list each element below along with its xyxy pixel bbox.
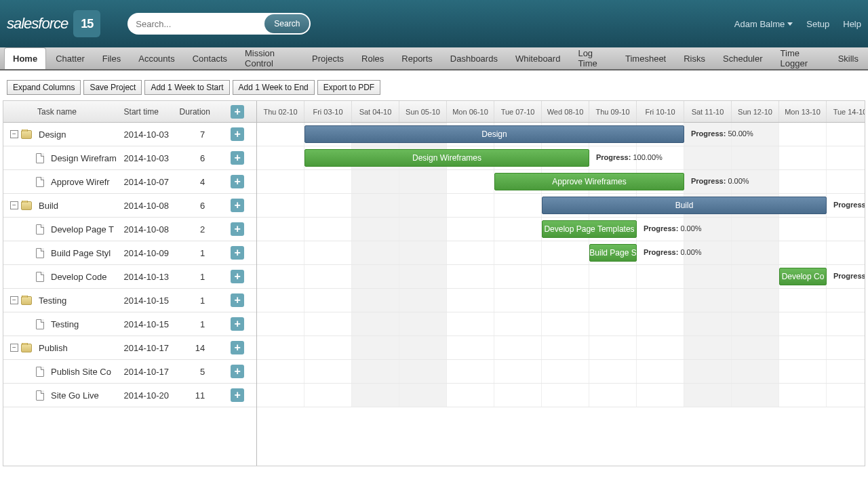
timeline-row[interactable] [257, 384, 865, 407]
timeline-day-header[interactable]: Thu 02-10 [257, 101, 304, 122]
add-subtask-button[interactable]: + [231, 175, 244, 188]
tab-mission-control[interactable]: Mission Control [237, 47, 302, 69]
collapse-icon[interactable]: − [10, 344, 18, 352]
setup-link[interactable]: Setup [806, 19, 829, 29]
timeline-day-header[interactable]: Thu 09-10 [589, 101, 637, 122]
task-row[interactable]: Develop Page T2014-10-082+ [3, 218, 256, 241]
timeline-row[interactable]: Approve WireframesProgress: 0.00% [257, 170, 865, 194]
tab-skills[interactable]: Skills [830, 47, 867, 69]
add-week-end-button[interactable]: Add 1 Week to End [233, 80, 315, 95]
task-row[interactable]: Publish Site Co2014-10-175+ [3, 360, 256, 384]
task-row[interactable]: Design Wirefram2014-10-036+ [3, 146, 256, 170]
tab-chatter[interactable]: Chatter [47, 47, 93, 69]
gantt-bar[interactable]: Approve Wireframes [494, 173, 684, 190]
add-subtask-button[interactable]: + [231, 388, 244, 402]
gantt-bar[interactable]: Develop Page Templates [542, 220, 637, 238]
add-subtask-button[interactable]: + [231, 365, 244, 378]
timeline-row[interactable]: Build Page SProgress: 0.00% [257, 241, 865, 265]
timeline-cell [494, 289, 542, 312]
collapse-icon[interactable]: − [10, 130, 18, 138]
tab-reports[interactable]: Reports [393, 47, 441, 69]
tab-home[interactable]: Home [4, 47, 46, 69]
tab-accounts[interactable]: Accounts [130, 47, 182, 69]
timeline-row[interactable]: DesignProgress: 50.00% [257, 123, 865, 146]
tab-scheduler[interactable]: Scheduler [715, 47, 771, 69]
add-week-start-button[interactable]: Add 1 Week to Start [144, 80, 229, 95]
add-subtask-button[interactable]: + [231, 222, 244, 236]
timeline-cell [542, 336, 589, 359]
export-pdf-button[interactable]: Export to PDF [317, 80, 380, 95]
timeline-day-header[interactable]: Sat 11-10 [684, 101, 732, 122]
user-menu[interactable]: Adam Balme [734, 19, 793, 29]
task-row[interactable]: Testing2014-10-151+ [3, 312, 256, 336]
timeline-day-header[interactable]: Fri 10-10 [637, 101, 684, 122]
gantt-bar[interactable]: Design Wireframes [304, 149, 589, 167]
timeline-day-header[interactable]: Sun 12-10 [732, 101, 779, 122]
gantt-bar[interactable]: Build [542, 197, 827, 214]
add-subtask-button[interactable]: + [231, 127, 244, 141]
timeline-day-header[interactable]: Tue 14-10 [827, 101, 865, 122]
add-subtask-button[interactable]: + [231, 341, 244, 354]
timeline-day-header[interactable]: Wed 08-10 [542, 101, 589, 122]
timeline-day-header[interactable]: Tue 07-10 [494, 101, 542, 122]
task-row[interactable]: −Publish2014-10-1714+ [3, 336, 256, 360]
timeline-row[interactable]: Design WireframesProgress: 100.00% [257, 146, 865, 170]
tab-whiteboard[interactable]: Whiteboard [507, 47, 568, 69]
tab-time-logger[interactable]: Time Logger [772, 47, 829, 69]
tab-projects[interactable]: Projects [304, 47, 352, 69]
task-row[interactable]: Build Page Styl2014-10-091+ [3, 241, 256, 265]
timeline-cell [779, 241, 827, 264]
gantt-bar[interactable]: Build Page S [589, 244, 637, 262]
collapse-icon[interactable]: − [10, 296, 18, 304]
tab-files[interactable]: Files [94, 47, 129, 69]
task-row[interactable]: Site Go Live2014-10-2011+ [3, 384, 256, 407]
search-button[interactable]: Search [264, 14, 309, 33]
tab-risks[interactable]: Risks [675, 47, 713, 69]
col-start-time[interactable]: Start time [124, 107, 172, 117]
timeline-row[interactable] [257, 289, 865, 312]
add-subtask-button[interactable]: + [231, 270, 244, 283]
task-name-cell: −Build [3, 201, 124, 211]
timeline-day-header[interactable]: Sun 05-10 [399, 101, 447, 122]
gantt-bar[interactable]: Develop Co [779, 268, 827, 285]
timeline-row[interactable]: BuildProgress: [257, 194, 865, 218]
timeline-row[interactable]: Develop Page TemplatesProgress: 0.00% [257, 218, 865, 241]
timeline-row[interactable] [257, 312, 865, 336]
timeline-cell [589, 336, 637, 359]
expand-columns-button[interactable]: Expand Columns [7, 80, 81, 95]
tab-contacts[interactable]: Contacts [184, 47, 235, 69]
collapse-icon[interactable]: − [10, 201, 18, 209]
help-link[interactable]: Help [843, 19, 861, 29]
tab-roles[interactable]: Roles [353, 47, 392, 69]
add-subtask-button[interactable]: + [231, 151, 244, 165]
gantt-bar[interactable]: Design [304, 125, 684, 143]
timeline-cell [494, 194, 542, 217]
timeline[interactable]: Thu 02-10Fri 03-10Sat 04-10Sun 05-10Mon … [257, 101, 865, 466]
timeline-day-header[interactable]: Mon 13-10 [779, 101, 827, 122]
add-subtask-button[interactable]: + [231, 199, 244, 212]
timeline-cell [542, 312, 589, 336]
task-row[interactable]: −Testing2014-10-151+ [3, 289, 256, 312]
task-row[interactable]: −Build2014-10-086+ [3, 194, 256, 218]
timeline-row[interactable] [257, 336, 865, 360]
save-project-button[interactable]: Save Project [83, 80, 142, 95]
task-row[interactable]: Approve Wirefr2014-10-074+ [3, 170, 256, 194]
timeline-day-header[interactable]: Mon 06-10 [447, 101, 494, 122]
tab-log-time[interactable]: Log Time [570, 47, 616, 69]
col-duration[interactable]: Duration [171, 107, 218, 117]
timeline-row[interactable]: Develop CoProgress: [257, 265, 865, 289]
task-row[interactable]: Develop Code2014-10-131+ [3, 265, 256, 289]
col-task-name[interactable]: Task name [3, 107, 124, 117]
timeline-day-header[interactable]: Fri 03-10 [304, 101, 352, 122]
logo-text: salesforce [7, 15, 68, 33]
add-subtask-button[interactable]: + [231, 293, 244, 307]
search-input[interactable] [136, 19, 264, 29]
timeline-day-header[interactable]: Sat 04-10 [352, 101, 399, 122]
add-subtask-button[interactable]: + [231, 246, 244, 260]
tab-dashboards[interactable]: Dashboards [442, 47, 506, 69]
tab-timesheet[interactable]: Timesheet [617, 47, 674, 69]
add-subtask-button[interactable]: + [231, 317, 244, 331]
task-row[interactable]: −Design2014-10-037+ [3, 123, 256, 146]
add-task-button[interactable]: + [231, 105, 244, 119]
timeline-row[interactable] [257, 360, 865, 384]
